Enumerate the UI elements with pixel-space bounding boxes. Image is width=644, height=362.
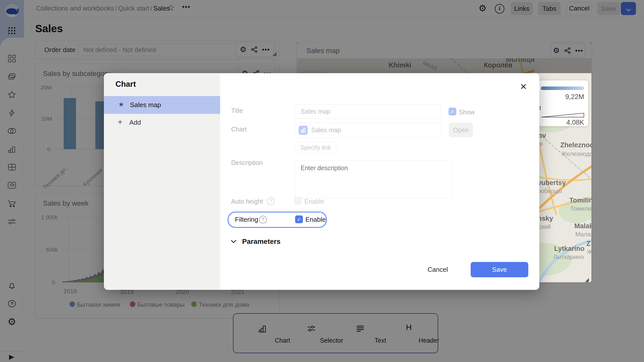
show-label: Show <box>459 109 475 116</box>
map-legend-size-wedge <box>541 113 584 118</box>
close-icon[interactable]: × <box>520 81 527 92</box>
filtering-highlight-outline: Filtering ? ✓ Enable <box>228 212 327 228</box>
check-icon: ✓ <box>297 216 301 222</box>
map-label-zheleznodorozhny-ru: Железнодорожный <box>561 150 591 157</box>
add-label: Add <box>129 119 141 126</box>
auto-height-label: Auto height <box>231 198 263 205</box>
map-label-lytkarino-ru: Лыткарино <box>553 253 584 260</box>
filtering-enable-label: Enable <box>305 216 326 223</box>
default-star-icon: ★ <box>118 101 124 108</box>
chart-type-icon <box>299 126 308 135</box>
parameters-section-toggle[interactable]: Parameters <box>232 238 280 246</box>
show-checkbox[interactable]: ✓ <box>449 108 456 115</box>
chevron-down-icon <box>231 238 236 243</box>
map-label-malakhovka-ru: Малаховка <box>575 231 591 238</box>
dialog-save-button[interactable]: Save <box>471 262 528 277</box>
filtering-label: Filtering <box>235 216 258 223</box>
list-item-label: Sales map <box>130 101 161 109</box>
chart-select-value: Sales map <box>311 126 341 134</box>
auto-height-help-icon[interactable]: ? <box>267 197 275 205</box>
map-label-z-ru: Ж <box>587 248 591 255</box>
filtering-help-icon[interactable]: ? <box>259 216 267 223</box>
map-label-z-en: Z <box>586 240 591 248</box>
map-label-tomilino-ru: Томилино <box>570 205 591 212</box>
map-label-tomilino-en: Tomilino <box>569 197 591 204</box>
open-chart-button[interactable]: Open <box>449 123 473 137</box>
description-textarea[interactable] <box>295 160 452 198</box>
title-field-label: Title <box>231 107 243 114</box>
map-label-lytkarino-en: Lytkarino <box>554 245 585 253</box>
map-legend-min: 4,08K <box>539 119 584 126</box>
title-input[interactable] <box>295 104 441 119</box>
dialog-cancel-button[interactable]: Cancel <box>425 263 450 276</box>
map-label-malakhovka-en: Malakhovka <box>574 222 591 230</box>
map-top-dim <box>297 43 591 73</box>
widget-resize-handle[interactable] <box>585 278 589 282</box>
chart-field-label: Chart <box>231 126 247 133</box>
description-field-label: Description <box>231 159 263 166</box>
add-chart-button[interactable]: + Add <box>104 114 220 130</box>
filtering-checkbox[interactable]: ✓ <box>295 215 303 223</box>
specify-link-button[interactable]: Specify link <box>295 141 336 154</box>
check-icon: ✓ <box>450 109 455 115</box>
dialog-item-list: Chart ★ Sales map + Add <box>104 73 220 290</box>
chart-settings-dialog: Chart ★ Sales map + Add × Title ✓ Show C… <box>104 73 539 290</box>
map-legend-card: 9,22M t 4,08K <box>539 80 588 126</box>
app-root: ? ⚙ ▶ Collections and workbooks / Quick … <box>0 0 644 362</box>
auto-height-enable-label: Enable <box>304 198 324 205</box>
map-legend-gradient-bar <box>541 86 584 90</box>
map-label-lyubertsy-ru: Люберцы <box>536 188 562 195</box>
parameters-label: Parameters <box>242 238 280 245</box>
list-item-sales-map[interactable]: ★ Sales map <box>104 96 220 114</box>
dialog-title: Chart <box>115 80 136 89</box>
map-legend-cut-label: t <box>539 105 541 112</box>
auto-height-checkbox[interactable] <box>294 197 302 205</box>
chart-select[interactable]: Sales map <box>295 123 441 138</box>
map-label-zheleznodorozhny-en: Zheleznodorozhny <box>560 141 591 149</box>
map-legend-max: 9,22M <box>539 93 584 101</box>
plus-icon: + <box>118 117 123 127</box>
